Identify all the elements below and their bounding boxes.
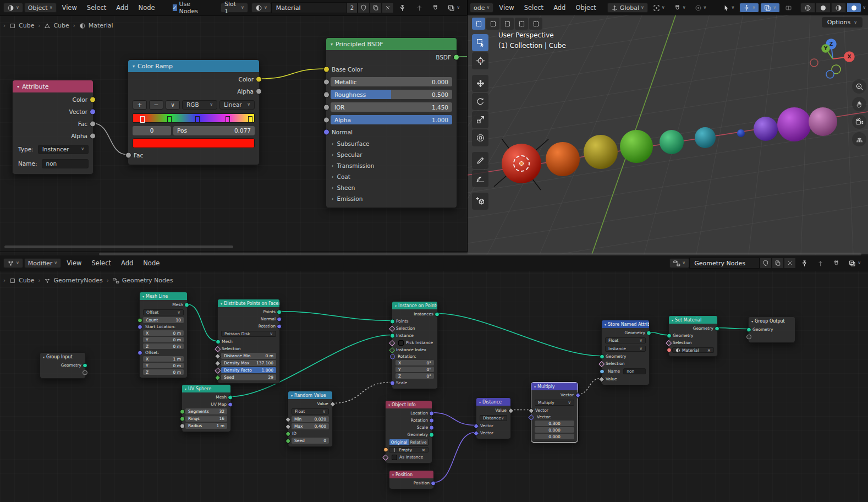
socket[interactable]: [600, 369, 605, 374]
collapse-icon[interactable]: ▾: [291, 394, 293, 397]
socket[interactable]: [473, 430, 479, 436]
menu-view[interactable]: View: [62, 258, 86, 269]
menu-select[interactable]: Select: [87, 258, 116, 269]
menu-select[interactable]: Select: [83, 2, 111, 13]
socket[interactable]: [277, 317, 282, 321]
collapse-icon[interactable]: ▾: [395, 304, 397, 308]
collapse-icon[interactable]: ▾: [17, 84, 19, 89]
socket[interactable]: [323, 79, 329, 85]
field-seed[interactable]: Seed0: [292, 438, 329, 444]
material-name-field[interactable]: Material: [271, 2, 347, 13]
node-principled[interactable]: ▾Principled BSDFBSDFBase ColorMetallic0.…: [326, 37, 457, 208]
socket[interactable]: [390, 333, 395, 338]
socket[interactable]: [329, 401, 336, 407]
socket[interactable]: [666, 340, 672, 346]
collapse-icon[interactable]: ▾: [672, 318, 673, 322]
node-header[interactable]: ▾Position: [389, 471, 433, 478]
node-objinfo[interactable]: ▾Object InfoLocationRotationScaleGeometr…: [385, 400, 432, 463]
shield-button[interactable]: [358, 2, 370, 13]
pin-button[interactable]: [797, 258, 812, 268]
socket[interactable]: [90, 133, 96, 139]
socket[interactable]: [215, 360, 221, 366]
collapse-icon[interactable]: ▾: [605, 323, 606, 326]
node-multiply[interactable]: ▾MultiplyVectorMultiply∨VectorVector:0.3…: [531, 382, 578, 443]
node-header[interactable]: ▾Group Output: [749, 317, 795, 325]
expand-icon[interactable]: ›: [332, 163, 334, 168]
field-y[interactable]: Y0 m: [143, 337, 184, 343]
field-max[interactable]: Max0.400: [292, 423, 329, 429]
socket[interactable]: [429, 411, 434, 416]
collapse-icon[interactable]: ▾: [142, 294, 144, 298]
socket[interactable]: [389, 347, 395, 353]
expand-icon[interactable]: ›: [332, 152, 334, 157]
socket[interactable]: [323, 129, 329, 135]
slider-ior[interactable]: IOR1.450: [331, 102, 452, 112]
collapse-icon[interactable]: ▾: [185, 387, 186, 391]
slider-metallic[interactable]: Metallic0.000: [331, 77, 452, 86]
slider-alpha[interactable]: Alpha1.000: [331, 115, 452, 124]
collapse-icon[interactable]: ▾: [479, 400, 481, 404]
add-stop-button[interactable]: +: [133, 100, 147, 110]
field-distance-min[interactable]: Distance Min0 m: [221, 353, 276, 359]
node-header[interactable]: ▾Group Input: [40, 353, 85, 361]
socket[interactable]: [285, 416, 291, 422]
material-slot-dropdown[interactable]: Slot 1∨: [221, 3, 248, 13]
magnet-button[interactable]: [829, 258, 844, 268]
input-type[interactable]: Instancer∨: [38, 145, 89, 154]
nodetree-name-field[interactable]: Geometry Nodes: [689, 258, 760, 269]
expand-icon[interactable]: ›: [332, 185, 334, 190]
dropdown-distance[interactable]: Distance∨: [480, 415, 507, 421]
node-groupin[interactable]: ▾Group InputGeometry: [40, 352, 86, 379]
socket[interactable]: [90, 109, 96, 115]
color-ramp-gradient[interactable]: [133, 113, 255, 123]
ramp-stop[interactable]: [167, 116, 172, 123]
expand-icon[interactable]: ›: [332, 196, 334, 201]
editor-type-dropdown[interactable]: ∨: [3, 3, 23, 13]
socket[interactable]: [228, 402, 233, 407]
socket[interactable]: [285, 423, 291, 429]
dropdown-float[interactable]: Float∨: [605, 337, 646, 343]
socket[interactable]: [138, 318, 142, 323]
socket[interactable]: [256, 77, 262, 83]
magnet-button[interactable]: [428, 3, 443, 13]
dropdown-multiply[interactable]: Multiply∨: [535, 400, 574, 406]
editor-type-dropdown[interactable]: ∨: [3, 258, 23, 268]
color-mode-dropdown[interactable]: RGB∨: [182, 100, 217, 110]
socket[interactable]: [575, 392, 581, 398]
menu-node[interactable]: Node: [134, 2, 160, 13]
socket[interactable]: [277, 324, 282, 329]
breadcrumb-item[interactable]: Cube: [9, 277, 34, 284]
close-button[interactable]: [382, 2, 394, 13]
node-distribute[interactable]: ▾Distribute Points on FacesPointsNormalR…: [217, 299, 280, 384]
dropdown-float[interactable]: Float∨: [292, 408, 329, 414]
menu-view[interactable]: View: [58, 2, 81, 13]
socket[interactable]: [390, 380, 395, 385]
field-z[interactable]: Z0 m: [143, 369, 184, 375]
socket[interactable]: [228, 395, 233, 400]
material-users-count[interactable]: 2: [347, 2, 358, 13]
socket[interactable]: [383, 448, 388, 452]
field-x[interactable]: X0 m: [143, 330, 184, 336]
field-density-facto[interactable]: Density Facto1.000: [221, 367, 276, 373]
field-seed[interactable]: Seed29: [221, 374, 276, 380]
close-button[interactable]: [784, 258, 796, 269]
overlays-button[interactable]: ∨: [845, 258, 865, 268]
socket[interactable]: [285, 438, 291, 444]
node-groupout[interactable]: ▾Group OutputGeometry: [748, 317, 795, 343]
socket[interactable]: [83, 363, 87, 368]
socket[interactable]: [435, 312, 440, 317]
node-random[interactable]: ▾Random ValueValueFloat∨Min0.020Max0.400…: [288, 391, 333, 447]
field-z[interactable]: Z0°: [395, 373, 434, 379]
node-header[interactable]: ▾Principled BSDF: [326, 38, 457, 50]
node-header[interactable]: ▾Set Material: [669, 316, 717, 324]
close-icon[interactable]: ×: [707, 348, 711, 353]
object-mode-dropdown[interactable]: Object∨: [24, 3, 57, 13]
node-position[interactable]: ▾PositionPosition: [389, 470, 434, 489]
socket[interactable]: [746, 327, 751, 332]
browse-nodetree-dropdown[interactable]: ∨: [669, 258, 689, 268]
interpolation-dropdown[interactable]: Linear∨: [219, 100, 255, 110]
node-uvsphere[interactable]: ▾UV SphereMeshUV MapSegments32Rings16Rad…: [182, 384, 231, 432]
dropdown-instance[interactable]: Instance∨: [605, 346, 646, 352]
socket[interactable]: [390, 354, 395, 359]
field-segments[interactable]: Segments32: [185, 408, 227, 414]
